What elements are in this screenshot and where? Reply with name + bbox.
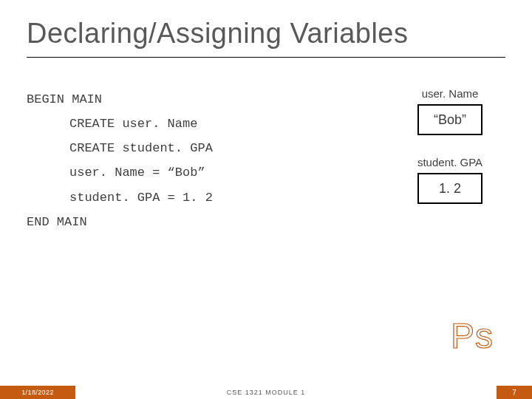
ps-badge: Ps: [451, 316, 494, 356]
content-area: BEGIN MAIN CREATE user. Name CREATE stud…: [27, 87, 505, 234]
variable-label-studentgpa: student. GPA: [417, 156, 482, 168]
footer: 1/18/2022 CSE 1321 MODULE 1 7: [0, 386, 532, 399]
code-line: END MAIN: [27, 215, 87, 229]
slide: Declaring/Assigning Variables BEGIN MAIN…: [0, 0, 532, 399]
code-line: user. Name = “Bob”: [27, 160, 358, 185]
code-line: CREATE user. Name: [27, 112, 358, 136]
title-divider: [27, 57, 505, 58]
code-line: student. GPA = 1. 2: [27, 185, 358, 210]
variable-diagram: user. Name “Bob” student. GPA 1. 2: [395, 87, 505, 234]
variable-label-username: user. Name: [422, 87, 479, 100]
variable-box-studentgpa: 1. 2: [417, 173, 482, 204]
pseudocode-block: BEGIN MAIN CREATE user. Name CREATE stud…: [27, 87, 358, 234]
code-line: BEGIN MAIN: [27, 92, 102, 106]
variable-box-username: “Bob”: [417, 104, 482, 135]
code-line: CREATE student. GPA: [27, 136, 358, 160]
footer-module: CSE 1321 MODULE 1: [0, 389, 532, 396]
slide-title: Declaring/Assigning Variables: [27, 18, 505, 50]
footer-page-number: 7: [497, 386, 532, 399]
